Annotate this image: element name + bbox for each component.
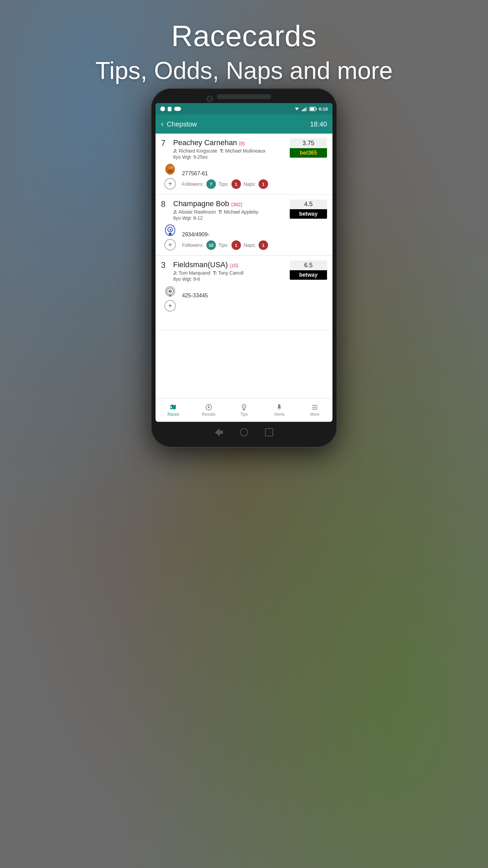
header-location: Chepstow: [167, 120, 197, 128]
followers-label-2: Followers:: [182, 242, 204, 248]
nav-item-results[interactable]: Results: [191, 398, 226, 422]
naps-badge-2: 1: [259, 240, 268, 250]
phone-camera: [207, 96, 213, 102]
horse-form-1: 277567-61: [182, 171, 327, 177]
naps-label-1: Naps:: [244, 181, 256, 187]
nav-item-races[interactable]: Races: [156, 398, 191, 422]
bottom-nav: Races Results: [156, 398, 332, 422]
svg-point-18: [171, 406, 172, 408]
horse-form-2: 2934/4909-: [182, 232, 327, 238]
svg-rect-1: [303, 109, 304, 111]
horse-name-1[interactable]: Peachey Carnehan: [173, 138, 237, 147]
odds-value-2[interactable]: 4.5: [290, 199, 327, 209]
hero-text: Racecards Tips, Odds, Naps and more: [0, 19, 488, 84]
horse-badge-1: (8): [239, 141, 245, 146]
add-button-1[interactable]: +: [164, 178, 176, 190]
betway-button-2[interactable]: betway: [290, 209, 327, 219]
svg-rect-17: [169, 295, 171, 297]
naps-label-2: Naps:: [244, 242, 256, 248]
race-list: 7 Peachey Carnehan (8) J: Richard Kingsc…: [156, 134, 332, 398]
hero-line1: Racecards: [0, 19, 488, 53]
nav-item-alerts[interactable]: Alerts: [262, 398, 297, 422]
phone-bottom-bar: [156, 422, 332, 443]
followers-badge-2: 10: [206, 240, 216, 250]
horse-card-3: 3 Fieldsman(USA) (15) J: Tom Marquand T:…: [156, 256, 332, 330]
status-bar: 6:19: [156, 103, 332, 115]
odds-value-3[interactable]: 6.5: [290, 260, 327, 270]
tips-label-1: Tips:: [219, 181, 229, 187]
tips-badge-1: 1: [231, 179, 241, 189]
naps-badge-1: 1: [259, 179, 268, 189]
horse-form-3: 425-33445: [182, 293, 327, 299]
svg-point-8: [171, 166, 174, 169]
horse-number-1: 7: [161, 138, 173, 148]
nav-label-races: Races: [167, 412, 179, 417]
tips-badge-2: 1: [231, 240, 241, 250]
odds-value-1[interactable]: 3.75: [290, 138, 327, 148]
signal-icon: [302, 106, 307, 111]
svg-point-20: [208, 406, 210, 408]
followers-label-1: Followers:: [182, 181, 204, 187]
nav-label-tips: Tips: [240, 412, 248, 417]
svg-rect-24: [312, 407, 318, 408]
phone-screen: 6:19 ‹ Chepstow 18:40 7 Peachey Carnehan…: [156, 103, 332, 422]
phone-frame: 6:19 ‹ Chepstow 18:40 7 Peachey Carnehan…: [151, 88, 337, 448]
bet365-button-1[interactable]: bet365: [290, 148, 327, 158]
nav-label-more: More: [310, 412, 319, 417]
horse-details-3: 8yo Wgt: 9-6: [173, 276, 290, 282]
svg-rect-5: [310, 107, 314, 110]
svg-text:★: ★: [169, 228, 172, 232]
silk-1: [163, 162, 177, 176]
app-header: ‹ Chepstow 18:40: [156, 115, 332, 134]
horse-name-3[interactable]: Fieldsman(USA): [173, 260, 228, 269]
recent-hw-button[interactable]: [265, 428, 273, 436]
svg-rect-3: [306, 107, 307, 111]
nav-label-alerts: Alerts: [274, 412, 285, 417]
horse-name-2[interactable]: Champagne Bob: [173, 199, 229, 208]
horse-card-2: 8 Champagne Bob (382) J: Alistair Rawlin…: [156, 195, 332, 256]
horse-badge-3: (15): [230, 263, 238, 268]
back-button[interactable]: ‹: [161, 120, 163, 129]
wifi-icon: [294, 106, 300, 111]
add-button-2[interactable]: +: [164, 239, 176, 251]
betway-button-3[interactable]: betway: [290, 270, 327, 280]
tips-icon: [240, 403, 248, 411]
svg-rect-9: [168, 170, 172, 173]
nav-item-more[interactable]: More: [297, 398, 332, 422]
horse-details-2: 8yo Wgt: 8-12: [173, 215, 290, 221]
status-time: 6:19: [319, 106, 328, 112]
back-hw-button[interactable]: [215, 428, 223, 436]
horse-number-2: 8: [161, 199, 173, 209]
svg-rect-25: [312, 409, 318, 410]
tips-label-2: Tips:: [219, 242, 229, 248]
silk-3: [163, 284, 177, 298]
battery-icon: [309, 107, 317, 111]
horse-badge-2: (382): [231, 202, 242, 207]
hero-line2: Tips, Odds, Naps and more: [0, 57, 488, 84]
svg-rect-22: [243, 409, 245, 410]
horse-jt-1: J: Richard Kingscote T: Michael Mullinea…: [173, 148, 290, 154]
status-circle-icon: [160, 106, 165, 111]
silk-2: ★: [163, 223, 177, 237]
horse-jt-3: J: Tom Marquand T: Tony Carroll: [173, 270, 290, 276]
alerts-icon: [276, 403, 283, 411]
home-hw-button[interactable]: [240, 428, 248, 436]
svg-rect-0: [302, 110, 303, 111]
svg-rect-23: [312, 405, 318, 406]
more-icon: [311, 403, 319, 411]
status-lock-icon: [168, 107, 171, 111]
header-race-time: 18:40: [310, 120, 327, 128]
horse-number-3: 3: [161, 260, 173, 270]
nav-label-results: Results: [202, 412, 216, 417]
svg-rect-13: [169, 233, 171, 235]
svg-rect-2: [305, 108, 306, 111]
races-icon: [169, 403, 177, 411]
horse-card-1: 7 Peachey Carnehan (8) J: Richard Kingsc…: [156, 134, 332, 195]
status-cloud-icon: [174, 107, 181, 111]
horse-jt-2: J: Alistair Rawlinson T: Michael Appleby: [173, 209, 290, 215]
svg-point-16: [168, 290, 172, 293]
results-icon: [205, 403, 212, 411]
add-button-3[interactable]: +: [164, 300, 176, 312]
nav-item-tips[interactable]: Tips: [226, 398, 262, 422]
followers-badge-1: 7: [206, 179, 216, 189]
